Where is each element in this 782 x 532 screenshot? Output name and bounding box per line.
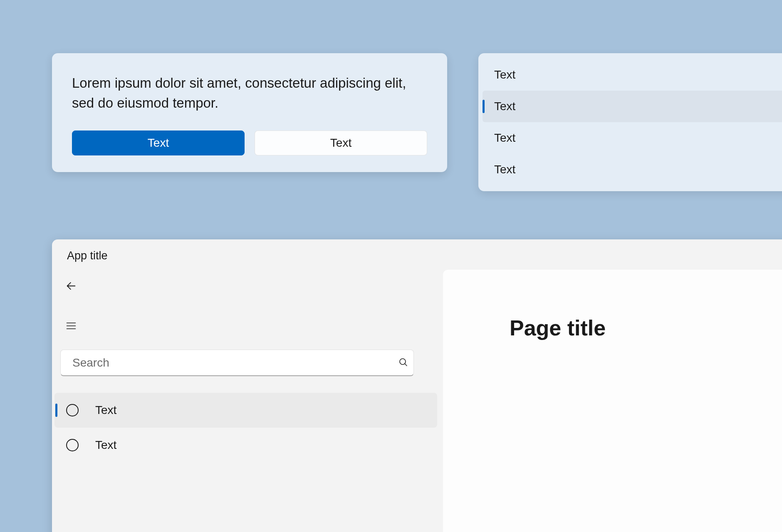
arrow-left-icon [65, 280, 77, 293]
list-item[interactable]: Text [483, 91, 782, 122]
list-item[interactable]: Text [478, 59, 782, 91]
dialog-message: Lorem ipsum dolor sit amet, consectetur … [72, 73, 427, 113]
hamburger-icon [65, 320, 77, 333]
circle-icon [66, 439, 79, 451]
circle-icon [66, 404, 79, 416]
list-item-label: Text [494, 68, 515, 81]
app-window: App title [52, 239, 782, 532]
list-item[interactable]: Text [478, 122, 782, 154]
nav-item[interactable]: Text [54, 428, 437, 463]
dialog-card: Lorem ipsum dolor sit amet, consectetur … [52, 53, 447, 172]
list-item-label: Text [494, 100, 515, 113]
sidebar: Text Text [52, 270, 443, 532]
list-panel: Text Text Text Text [478, 53, 782, 191]
app-body: Text Text Page title [52, 270, 782, 532]
search-input[interactable] [60, 350, 414, 376]
dialog-secondary-button[interactable]: Text [255, 131, 427, 155]
dialog-button-row: Text Text [72, 131, 427, 155]
back-button[interactable] [59, 275, 83, 298]
list-item-label: Text [494, 163, 515, 176]
nav-item-label: Text [95, 404, 116, 417]
list-item[interactable]: Text [478, 154, 782, 185]
content-pane: Page title [443, 270, 782, 532]
hamburger-button[interactable] [59, 315, 83, 338]
search-box [60, 350, 435, 376]
app-title: App title [52, 239, 782, 270]
nav-item-label: Text [95, 438, 116, 452]
list-item-label: Text [494, 131, 515, 145]
nav-item[interactable]: Text [54, 393, 437, 428]
page-title: Page title [510, 315, 782, 340]
dialog-primary-button[interactable]: Text [72, 131, 245, 155]
